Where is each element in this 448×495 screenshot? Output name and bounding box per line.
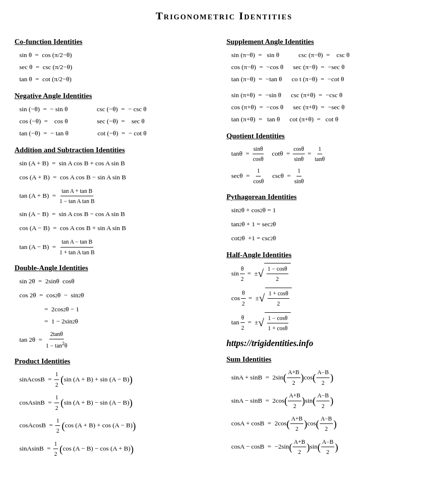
quotient-title: Quotient Identities xyxy=(226,132,433,140)
double-angle-formulas: sin 2θ = 2sinθ cosθ cos 2θ = cos2θ − sin… xyxy=(19,276,222,351)
supplement-formulas: sin (π−θ) = sin θ csc (π−θ) = csc θ cos … xyxy=(231,50,433,85)
negative-angle-formulas: sin (−θ) = − sin θ csc (−θ) = − csc θ co… xyxy=(19,104,222,139)
addition-title: Addition and Subtraction Identities xyxy=(15,146,222,154)
page-title: Trigonometric Identities xyxy=(15,10,433,22)
cofunction-formulas: sin θ = cos (π/2−θ) sec θ = csc (π/2−θ) … xyxy=(19,50,222,85)
negative-angle-title: Negative Angle Identities xyxy=(15,92,222,100)
pythagorean-formulas: sin2θ + cos2θ = 1 tan2θ + 1 = sec2θ cot2… xyxy=(231,205,433,244)
sum-formulas: sinA + sinB = 2sin ( A+B 2 ) cos ( A−B 2… xyxy=(231,367,433,457)
product-formulas: sinAcosB = 1 2 ( sin (A + B) + sin (A − … xyxy=(19,369,222,459)
double-angle-title: Double-Angle Identities xyxy=(15,264,222,272)
half-angle-formulas: sin θ 2 = ± √ 1 − cosθ 2 c xyxy=(231,263,433,334)
half-angle-title: Half-Angle Identities xyxy=(226,251,433,259)
sum-title: Sum Identities xyxy=(226,355,433,364)
quotient-formulas: tanθ = sinθ cosθ cotθ = cosθ sinθ = 1 ta… xyxy=(231,144,433,187)
cofunction-title: Co-function Identities xyxy=(15,38,222,46)
addition-formulas: sin (A + B) = sin A cos B + cos A sin B … xyxy=(19,158,222,257)
supplement-title: Supplement Angle Identities xyxy=(226,38,433,46)
supplement-formulas-2: sin (π+θ) = −sin θ csc (π+θ) = −csc θ co… xyxy=(231,90,433,125)
pythagorean-title: Pythagorean Identities xyxy=(226,193,433,201)
website-url: https://trigidentities.info xyxy=(226,338,433,349)
product-title: Product Identities xyxy=(15,357,222,365)
